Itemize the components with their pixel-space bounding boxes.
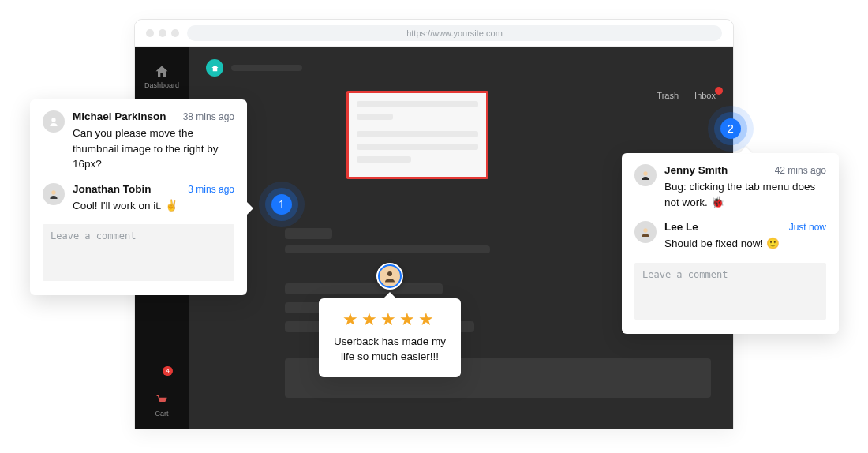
svg-point-2 [51, 190, 55, 194]
comment-entry: Jonathan Tobin 3 mins ago Cool! I'll wor… [43, 183, 234, 214]
sidebar-item-cart[interactable]: 4 Cart [135, 389, 189, 421]
comment-text: Can you please move the thumbnail image … [73, 125, 234, 172]
commenter-name: Lee Le [664, 221, 698, 233]
sidebar-item-dashboard[interactable]: Dashboard [135, 61, 189, 92]
cart-badge: 4 [163, 366, 172, 376]
svg-point-4 [643, 228, 647, 232]
dot-icon [146, 29, 154, 37]
commenter-name: Jenny Smith [664, 164, 728, 176]
comment-entry: Lee Le Just now Should be fixed now! 🙂 [634, 221, 826, 252]
link-trash[interactable]: Trash [657, 91, 679, 100]
placeholder-line [357, 156, 411, 163]
person-icon [47, 188, 60, 200]
comment-input[interactable] [634, 263, 826, 320]
window-controls [146, 29, 179, 37]
comment-time: Just now [789, 222, 826, 233]
person-icon [639, 226, 652, 238]
breadcrumb-home[interactable] [206, 59, 223, 77]
address-bar[interactable]: https://www.yoursite.com [187, 25, 722, 41]
comment-text: Cool! I'll work on it. ✌️ [73, 198, 234, 214]
placeholder-line [357, 114, 393, 120]
comment-text: Should be fixed now! 🙂 [664, 236, 826, 252]
dot-icon [171, 29, 179, 37]
placeholder-line [285, 228, 332, 239]
person-icon [639, 169, 652, 182]
comment-thread-panel-2: Jenny Smith 42 mins ago Bug: clicking th… [622, 153, 839, 334]
avatar [634, 164, 657, 186]
placeholder-line [285, 283, 443, 294]
placeholder-line [357, 131, 478, 137]
sidebar-label: Cart [155, 410, 168, 417]
commenter-name: Michael Parkinson [73, 110, 166, 122]
comment-entry: Michael Parkinson 38 mins ago Can you pl… [43, 110, 234, 172]
avatar-face [380, 266, 400, 286]
person-icon [47, 115, 60, 128]
comment-entry: Jenny Smith 42 mins ago Bug: clicking th… [634, 164, 826, 210]
dot-icon [159, 29, 166, 37]
svg-point-3 [643, 171, 647, 175]
annotation-marker-1[interactable]: 1 [271, 194, 292, 215]
placeholder-line [285, 245, 490, 253]
review-popover: ★★★★★ Userback has made my life so much … [319, 298, 461, 377]
placeholder-line [357, 144, 478, 150]
placeholder-line [231, 65, 302, 71]
commenter-name: Jonathan Tobin [73, 183, 152, 195]
highlighted-region[interactable] [346, 91, 488, 179]
comment-time: 3 mins ago [188, 184, 234, 195]
comment-time: 38 mins ago [183, 111, 234, 122]
comment-input[interactable] [43, 224, 234, 281]
home-icon [154, 64, 170, 80]
svg-point-1 [51, 118, 55, 122]
svg-point-0 [387, 271, 392, 276]
review-text: Userback has made my life so much easier… [333, 335, 447, 365]
star-rating: ★★★★★ [333, 309, 447, 330]
home-icon [211, 64, 219, 73]
comment-time: 42 mins ago [775, 165, 826, 176]
cart-icon [154, 392, 170, 408]
browser-chrome: https://www.yoursite.com [135, 20, 733, 47]
link-inbox[interactable]: Inbox [694, 91, 716, 100]
comment-thread-panel-1: Michael Parkinson 38 mins ago Can you pl… [30, 99, 247, 295]
placeholder-line [357, 101, 478, 107]
comment-text: Bug: clicking the tab menu does not work… [664, 179, 826, 210]
avatar [634, 221, 657, 243]
sidebar-label: Dashboard [144, 81, 179, 89]
avatar [43, 110, 65, 133]
avatar [43, 183, 65, 205]
reviewer-avatar [376, 263, 403, 290]
annotation-marker-2[interactable]: 2 [720, 118, 741, 139]
person-icon [383, 269, 397, 283]
